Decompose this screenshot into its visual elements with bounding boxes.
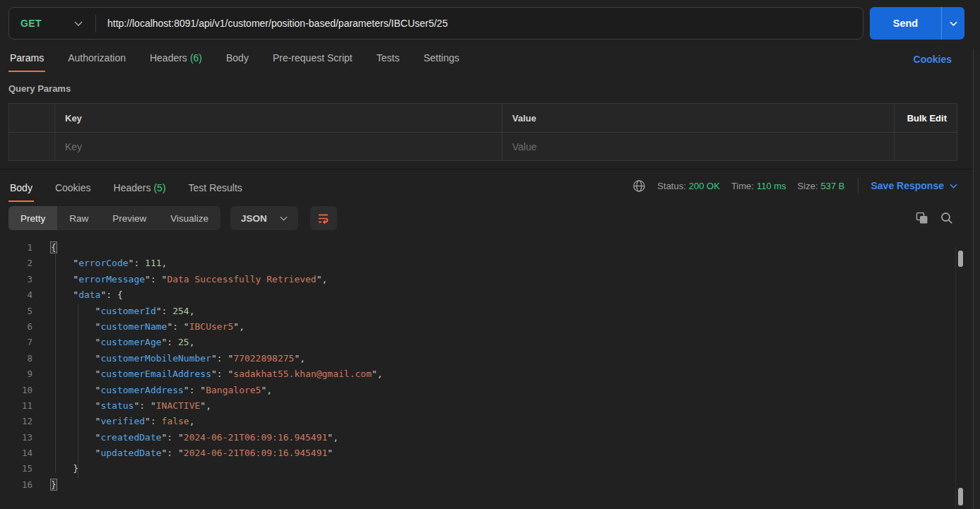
- response-viewer-toolbar: Pretty Raw Preview Visualize JSON: [8, 206, 964, 230]
- code-text: "createdDate": "2024-06-21T06:09:16.9454…: [51, 430, 338, 445]
- view-tab-raw[interactable]: Raw: [57, 206, 100, 230]
- size-badge: Size:537 B: [798, 181, 845, 191]
- tab-label: Authorization: [68, 52, 126, 64]
- code-line: 8 "customerMobileNumber": "77022898275",: [0, 351, 973, 366]
- right-sidebar-edge: [973, 49, 980, 509]
- response-body-code[interactable]: 1{2 "errorCode": 111,3 "errorMessage": "…: [0, 236, 973, 493]
- send-button-label[interactable]: Send: [870, 7, 941, 40]
- panel-scrollbar-thumb[interactable]: [958, 488, 963, 505]
- key-column-header: Key: [55, 104, 502, 132]
- code-text: "customerName": "IBCUser5",: [51, 319, 244, 335]
- empty-cell: [895, 133, 957, 160]
- tab-count: (6): [190, 52, 202, 64]
- query-params-table: Key Value Bulk Edit: [8, 103, 957, 161]
- tab-label: Settings: [423, 52, 459, 64]
- tab-authorization[interactable]: Authorization: [66, 48, 127, 72]
- tab-label: Body: [10, 182, 33, 193]
- code-text: "customerMobileNumber": "77022898275",: [51, 351, 305, 366]
- table-header-row: Key Value Bulk Edit: [9, 104, 957, 132]
- code-scrollbar-thumb[interactable]: [958, 251, 963, 267]
- indent-guide: [55, 251, 56, 473]
- tab-body[interactable]: Body: [225, 48, 250, 72]
- wrap-text-icon: [317, 212, 330, 225]
- format-dropdown[interactable]: JSON: [230, 206, 298, 230]
- code-line: 3 "errorMessage": "Data Successfully Ret…: [0, 272, 973, 287]
- copy-response-button[interactable]: [916, 212, 928, 224]
- cookies-link[interactable]: Cookies: [914, 54, 952, 72]
- chevron-down-icon: [950, 21, 957, 26]
- code-text: "verified": false,: [51, 414, 195, 429]
- code-text: "customerAge": 25,: [51, 335, 195, 350]
- code-line: 7 "customerAge": 25,: [0, 335, 973, 350]
- tab-label: Params: [10, 52, 44, 64]
- line-number: 3: [0, 272, 33, 287]
- view-tab-preview[interactable]: Preview: [100, 206, 158, 230]
- code-line: 4 "data": {: [0, 287, 973, 303]
- response-meta: Status:200 OK Time:110 ms Size:537 B Sav…: [632, 178, 957, 202]
- code-line: 14 "updatedDate": "2024-06-21T06:09:16.9…: [0, 445, 973, 461]
- tab-settings[interactable]: Settings: [422, 48, 461, 72]
- code-text: "errorMessage": "Data Successfully Retri…: [51, 272, 327, 287]
- code-line: 2 "errorCode": 111,: [0, 256, 973, 271]
- response-tab-test-results[interactable]: Test Results: [187, 178, 244, 202]
- line-number: 7: [0, 335, 33, 350]
- line-number: 13: [0, 430, 33, 445]
- response-tab-cookies[interactable]: Cookies: [54, 178, 93, 202]
- line-number: 5: [0, 304, 33, 319]
- response-tab-headers[interactable]: Headers(5): [112, 178, 167, 202]
- request-bar: GET http://localhost:8091/api/v1/custome…: [0, 0, 973, 47]
- send-options-caret[interactable]: [941, 7, 964, 40]
- code-line: 13 "createdDate": "2024-06-21T06:09:16.9…: [0, 430, 973, 445]
- tab-headers[interactable]: Headers(6): [148, 48, 203, 72]
- view-tab-pretty[interactable]: Pretty: [8, 206, 57, 230]
- url-input[interactable]: http://localhost:8091/api/v1/customer/po…: [96, 18, 459, 29]
- wrap-lines-button[interactable]: [310, 206, 337, 230]
- save-response-label: Save Response: [871, 180, 945, 191]
- request-tabs: Params Authorization Headers(6) Body Pre…: [0, 48, 973, 72]
- tab-label: Headers: [114, 182, 151, 193]
- code-text: "errorCode": 111,: [51, 256, 167, 271]
- line-number: 16: [0, 477, 33, 493]
- search-response-button[interactable]: [940, 212, 953, 224]
- send-button[interactable]: Send: [870, 7, 964, 40]
- view-mode-switch: Pretty Raw Preview Visualize: [8, 206, 220, 230]
- view-tab-visualize[interactable]: Visualize: [158, 206, 220, 230]
- save-response-button[interactable]: Save Response: [871, 180, 958, 191]
- code-lines: 1{2 "errorCode": 111,3 "errorMessage": "…: [0, 240, 973, 493]
- line-number: 4: [0, 287, 33, 303]
- code-text: "customerAddress": "Bangalore5",: [51, 383, 272, 398]
- code-line: 1{: [0, 240, 973, 256]
- line-number: 10: [0, 383, 33, 398]
- code-line: 9 "customerEmailAddress": "sadakhat55.kh…: [0, 366, 973, 382]
- tab-label: Cookies: [55, 182, 91, 193]
- tab-label: Pre-request Script: [273, 52, 353, 64]
- status-badge: Status:200 OK: [657, 181, 720, 191]
- code-line: 6 "customerName": "IBCUser5",: [0, 319, 973, 335]
- code-line: 15 }: [0, 461, 973, 477]
- url-box: GET http://localhost:8091/api/v1/custome…: [8, 7, 863, 40]
- value-column-header: Value: [502, 104, 895, 132]
- tab-count: (5): [153, 182, 165, 193]
- response-section: Body Cookies Headers(5) Test Results Sta…: [0, 169, 973, 493]
- query-params-title: Query Params: [8, 83, 964, 94]
- time-badge: Time:110 ms: [731, 181, 786, 191]
- method-selector[interactable]: GET: [9, 18, 95, 29]
- search-icon: [940, 212, 953, 224]
- tab-tests[interactable]: Tests: [375, 48, 401, 72]
- code-line: 11 "status": "INACTIVE",: [0, 398, 973, 414]
- row-select-header-cell: [9, 104, 55, 132]
- response-tab-body[interactable]: Body: [8, 178, 34, 202]
- network-globe-icon[interactable]: [632, 179, 646, 193]
- row-select-cell[interactable]: [9, 133, 55, 160]
- indent-guide: [78, 304, 78, 478]
- tab-pre-request-script[interactable]: Pre-request Script: [271, 48, 354, 72]
- param-key-input[interactable]: [65, 141, 492, 152]
- bulk-edit-button[interactable]: Bulk Edit: [907, 113, 947, 124]
- code-line: 12 "verified": false,: [0, 414, 973, 429]
- tab-label: Body: [226, 52, 249, 64]
- param-value-input[interactable]: [512, 141, 884, 152]
- tab-params[interactable]: Params: [8, 48, 45, 72]
- code-text: "status": "INACTIVE",: [51, 398, 211, 414]
- code-text: "data": {: [51, 287, 123, 303]
- line-number: 15: [0, 461, 33, 477]
